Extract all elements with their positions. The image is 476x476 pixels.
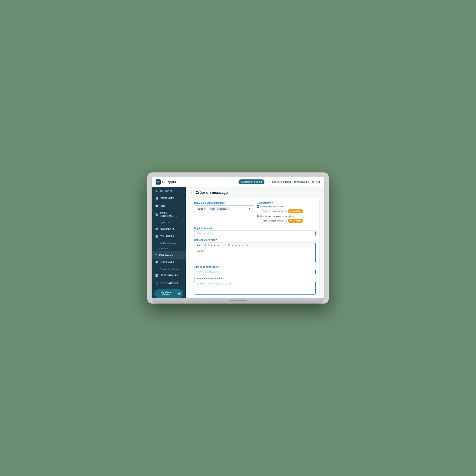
stats-icon: 📊 <box>155 274 158 277</box>
rte-strike[interactable]: S <box>224 243 227 247</box>
sidebar-item-utilisateurs[interactable]: 👤 UTILISATEURS <box>152 279 186 287</box>
canaux-input[interactable]: Email × Push Notification × ▼ <box>194 205 253 212</box>
rte-input-text: Input text <box>197 250 206 252</box>
titre-notif-row: Titre de la notification * <box>194 266 316 275</box>
tag-push: Push Notification × <box>208 207 230 211</box>
sidebar-item-messages-active[interactable]: ✉ MESSAGES <box>152 251 186 259</box>
profil-link[interactable]: 👤 Profil <box>311 181 320 183</box>
logo-text: Bluspark <box>162 180 176 184</box>
user-icon: 👤 <box>155 282 158 285</box>
rte-redo[interactable]: ↪ <box>245 243 249 247</box>
sidebar-item-sites[interactable]: 🏗 SITES / ÉQUIPEMENTS <box>152 210 186 220</box>
plus-icon: + <box>177 292 181 295</box>
objet-label: Objet de l'e-mail * <box>194 227 316 230</box>
sidebar-bottom: Signaler un incident + <box>152 287 186 298</box>
contenu-notif-label: Contenu de la notification * <box>194 277 316 280</box>
contenu-email-row: Contenu de l'e-mail * Titres B I ≡ ≡ ≡ <box>194 239 316 263</box>
dest-row-1: Sélectionner sur la carte <box>257 205 316 208</box>
dropdown-icon[interactable]: ▼ <box>248 207 251 210</box>
building-icon: 🏢 <box>155 227 158 230</box>
canaux-label: Canaux de communication * <box>194 202 253 204</box>
rte-editor: Titres B I ≡ ≡ ≡ U S ⊞ ≡ <box>194 242 316 263</box>
rte-italic[interactable]: I <box>207 243 209 247</box>
check-canaux[interactable] <box>257 215 259 217</box>
sidebar: ⚠ INCIDENTS 📋 DEMANDES 🕐 RDV 🏗 SITES / É… <box>152 187 186 298</box>
page-content: ← Créer un message Canaux de communicati… <box>186 187 324 298</box>
sidebar-item-incidents[interactable]: ⚠ INCIDENTS <box>152 187 186 195</box>
sidebar-item-canaux[interactable]: Canaux de diffusion <box>152 266 186 272</box>
contenu-email-label: Contenu de l'e-mail * <box>194 239 316 241</box>
rte-align-left[interactable]: ≡ <box>232 243 234 247</box>
signaler-sidebar-button[interactable]: Signaler un incident + <box>154 289 183 298</box>
rte-table[interactable]: ⊞ <box>228 243 231 247</box>
sidebar-item-camions[interactable]: Camions <box>152 246 186 251</box>
rte-bold[interactable]: B <box>204 243 207 247</box>
dest-total-1: Total : 5 destinataires <box>261 209 287 213</box>
logo-icon: 🔷 <box>156 179 161 185</box>
rte-undo[interactable]: ↩ <box>241 243 245 247</box>
laptop-shell: 🔷 Bluspark Signaler un incident ❓ Faire … <box>147 172 329 304</box>
sidebar-item-rdv[interactable]: 🕐 RDV <box>152 202 186 210</box>
rte-underline[interactable]: U <box>220 243 223 247</box>
objet-input[interactable] <box>194 231 316 236</box>
check-carte[interactable] <box>257 205 259 208</box>
question-icon: ❓ <box>267 181 270 183</box>
dest-row-2-inputs: Total : 5 destinataires ✏ Modifier <box>257 219 316 223</box>
clipboard-icon: 📋 <box>155 197 158 200</box>
modifier-button-1[interactable]: ✏ Modifier <box>288 209 303 213</box>
rte-body[interactable]: Input text <box>194 248 315 263</box>
canaux-col: Canaux de communication * Email × Push N… <box>194 202 253 224</box>
rte-list1[interactable]: ≡ <box>210 243 213 247</box>
dest-row-1-inputs: Total : 5 destinataires ✏ Modifier <box>257 209 316 213</box>
page-header: ← Créer un message <box>190 191 319 195</box>
dest-row-2: Sélectionner des canaux de diffusion <box>257 215 316 217</box>
laptop-screen: 🔷 Bluspark Signaler un incident ❓ Faire … <box>152 177 324 298</box>
rte-align-right[interactable]: ≡ <box>238 243 241 247</box>
laptop-base <box>152 298 324 304</box>
pieces-jointes-row: Pièces jointes <box>194 298 316 298</box>
contenu-notif-textarea[interactable] <box>194 281 316 295</box>
sidebar-item-tournees[interactable]: 🔄 TOURNÉES <box>152 233 186 240</box>
rte-list2[interactable]: ≡ <box>213 243 216 247</box>
titre-notif-input[interactable] <box>194 269 316 275</box>
rte-align-center[interactable]: ≡ <box>235 243 238 247</box>
sidebar-item-batiments[interactable]: 🏢 BÂTIMENTS <box>152 225 186 233</box>
warning-icon: ⚠ <box>155 189 158 192</box>
app: 🔷 Bluspark Signaler un incident ❓ Faire … <box>152 177 324 298</box>
sidebar-item-modeles[interactable]: Modèles de tournée <box>152 240 186 246</box>
titre-notif-label: Titre de la notification * <box>194 266 316 268</box>
logo-area: 🔷 Bluspark <box>156 179 236 185</box>
sidebar-item-inspections[interactable]: Inspections <box>152 220 186 225</box>
contenu-notif-row: Contenu de la notification * <box>194 277 316 295</box>
main-content: ⚠ INCIDENTS 📋 DEMANDES 🕐 RDV 🏗 SITES / É… <box>152 187 324 298</box>
sidebar-item-demandes[interactable]: 📋 DEMANDES <box>152 195 186 202</box>
form-row-canaux: Canaux de communication * Email × Push N… <box>194 202 316 224</box>
pieces-jointes-label: Pièces jointes <box>194 298 316 298</box>
faire-demande-link[interactable]: ❓ Faire une demande <box>267 181 291 183</box>
rte-toolbar: Titres B I ≡ ≡ ≡ U S ⊞ ≡ <box>194 242 315 248</box>
objet-row: Objet de l'e-mail * <box>194 227 316 236</box>
profil-icon: 👤 <box>311 181 314 183</box>
dest-check-1: Sélectionner sur la carte <box>257 205 284 208</box>
rte-titres[interactable]: Titres <box>196 243 203 247</box>
users-icon: 👥 <box>294 181 297 183</box>
signaler-incident-button[interactable]: Signaler un incident <box>238 179 265 184</box>
page-title: Créer un message <box>195 191 228 195</box>
tag-email-close[interactable]: × <box>204 207 205 210</box>
sidebar-item-statistiques[interactable]: 📊 STATISTIQUES <box>152 272 186 279</box>
clock-icon: 🕐 <box>155 204 158 207</box>
utilisateurs-link[interactable]: 👥 Utilisateurs <box>294 181 309 183</box>
rte-list3[interactable]: ≡ <box>217 243 220 247</box>
sidebar-item-messages2[interactable]: 💬 MESSAGES <box>152 259 186 266</box>
chat-icon: 💬 <box>155 261 158 264</box>
destinataires-col: Destinataires * Sélectionner sur la cart… <box>257 202 316 224</box>
tag-push-close[interactable]: × <box>227 207 229 210</box>
destinataires-label: Destinataires * <box>257 202 316 204</box>
modifier-button-2[interactable]: ✏ Modifier <box>288 219 303 223</box>
form-card: Canaux de communication * Email × Push N… <box>190 198 319 298</box>
back-button[interactable]: ← <box>190 191 194 195</box>
signaler-text: Signaler un incident <box>157 291 176 296</box>
tag-email: Email × <box>196 207 207 211</box>
sites-icon: 🏗 <box>155 213 158 216</box>
dest-total-2: Total : 5 destinataires <box>261 219 287 223</box>
